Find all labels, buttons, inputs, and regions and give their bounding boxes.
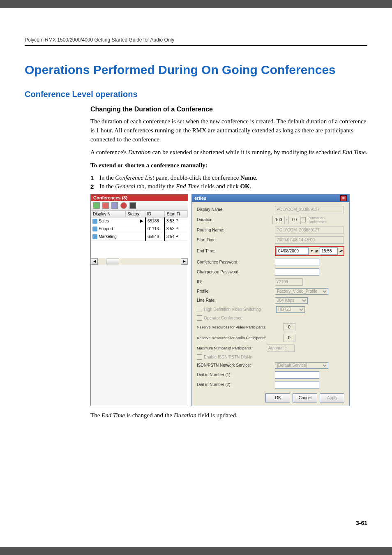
ok-button[interactable]: OK bbox=[265, 393, 290, 402]
label-linerate: Line Rate: bbox=[197, 298, 275, 303]
conference-icon bbox=[92, 227, 97, 231]
close-icon[interactable]: ✕ bbox=[340, 195, 347, 201]
conf-pw-field[interactable] bbox=[275, 259, 319, 266]
result-text: The End Time is changed and the Duration… bbox=[25, 412, 367, 419]
page: Polycom RMX 1500/2000/4000 Getting Start… bbox=[0, 8, 392, 547]
label-routing: Routing Name: bbox=[197, 228, 275, 232]
res-video-field[interactable] bbox=[283, 323, 295, 331]
paragraph-2: A conference's Duration can be extended … bbox=[25, 148, 367, 157]
label-display-name: Display Name: bbox=[197, 207, 275, 212]
new-icon[interactable] bbox=[93, 202, 100, 209]
label-hd: High Definition Video Switching bbox=[204, 307, 276, 312]
end-date-field[interactable] bbox=[277, 247, 309, 255]
label-dial1: Dial-in Number (1): bbox=[197, 372, 275, 377]
cancel-button[interactable]: Cancel bbox=[293, 393, 317, 402]
spinner-icon[interactable]: ▴▾ bbox=[339, 249, 343, 253]
conference-icon bbox=[92, 234, 97, 239]
label-duration: Duration: bbox=[197, 217, 272, 222]
conference-list-pane: Conferences (3) Display N Status ID Star… bbox=[90, 194, 188, 406]
label-chairpw: Chairperson Password: bbox=[197, 270, 275, 274]
chair-pw-field[interactable] bbox=[275, 268, 319, 276]
hd-select[interactable]: HD720 bbox=[276, 306, 305, 313]
conference-icon bbox=[92, 219, 97, 224]
arrow-icon bbox=[140, 220, 143, 223]
col-display-name[interactable]: Display N bbox=[91, 210, 125, 217]
label-dial2: Dial-in Number (2): bbox=[197, 382, 275, 387]
page-number: 3-61 bbox=[356, 520, 367, 526]
table-row[interactable]: Support 01113 3:53 PI bbox=[91, 225, 188, 233]
label-start: Start Time: bbox=[197, 238, 275, 242]
section-heading: Changing the Duration of a Conference bbox=[25, 106, 367, 113]
profile-select[interactable]: Factory_Video_Profile bbox=[275, 288, 328, 295]
isdn-svc-select[interactable]: [Default Service] bbox=[275, 362, 328, 369]
label-profile: Profile: bbox=[197, 289, 275, 294]
paragraph-1: The duration of each conference is set w… bbox=[25, 117, 367, 144]
dial1-field[interactable] bbox=[275, 371, 319, 379]
step-1: 1 In the Conference List pane, double-cl… bbox=[90, 174, 367, 181]
running-header: Polycom RMX 1500/2000/4000 Getting Start… bbox=[25, 37, 367, 46]
display-name-field[interactable] bbox=[275, 206, 344, 213]
scroll-right-icon[interactable]: ▶ bbox=[181, 258, 188, 265]
table-row[interactable]: Marketing 65846 3:54 PI bbox=[91, 233, 188, 241]
conference-toolbar bbox=[91, 201, 188, 210]
label-opconf: Operator Conference bbox=[204, 316, 282, 320]
table-row[interactable]: Sales 65188 3:53 PI bbox=[91, 217, 188, 225]
properties-dialog: erties ✕ Display Name: Duration: : Perma… bbox=[191, 194, 350, 406]
permanent-checkbox[interactable] bbox=[301, 217, 306, 222]
id-field[interactable] bbox=[275, 278, 303, 286]
label-id: ID: bbox=[197, 280, 275, 284]
horizontal-scrollbar[interactable]: ◀ ▶ bbox=[91, 258, 188, 265]
apply-button[interactable]: Apply bbox=[320, 393, 344, 402]
end-time-highlight: ▼ at ▴▾ bbox=[275, 246, 344, 256]
linerate-select[interactable]: 384 Kbps bbox=[275, 297, 308, 304]
delete-icon[interactable] bbox=[102, 202, 109, 209]
duration-h-field[interactable] bbox=[272, 216, 285, 224]
res-audio-field[interactable] bbox=[283, 334, 295, 342]
opconf-checkbox[interactable] bbox=[197, 315, 202, 321]
conference-list-title: Conferences (3) bbox=[91, 194, 188, 201]
routing-name-field[interactable] bbox=[275, 227, 344, 234]
start-time-field[interactable] bbox=[275, 236, 344, 244]
label-isdn-svc: ISDN/PSTN Network Service: bbox=[197, 363, 275, 368]
end-time-field[interactable] bbox=[320, 247, 338, 255]
maxpart-field[interactable] bbox=[267, 345, 295, 352]
isdn-checkbox[interactable] bbox=[197, 354, 202, 360]
page-title: Operations Performed During On Going Con… bbox=[25, 62, 367, 77]
chevron-down-icon[interactable]: ▼ bbox=[310, 249, 314, 253]
label-end: End Time: bbox=[197, 249, 275, 253]
col-id[interactable]: ID bbox=[145, 210, 165, 217]
step-list: 1 In the Conference List pane, double-cl… bbox=[25, 174, 367, 190]
section-subtitle: Conference Level operations bbox=[25, 90, 367, 99]
dial2-field[interactable] bbox=[275, 381, 319, 388]
label-confpw: Conference Password: bbox=[197, 260, 275, 264]
label-resvideo: Reserve Resources for Video Participants… bbox=[197, 325, 283, 329]
scroll-left-icon[interactable]: ◀ bbox=[91, 258, 98, 265]
dialog-titlebar[interactable]: erties ✕ bbox=[192, 194, 349, 202]
procedure-heading: To extend or shorten a conference manual… bbox=[25, 161, 367, 170]
conference-columns: Display N Status ID Start Ti bbox=[91, 210, 188, 217]
duration-m-field[interactable] bbox=[288, 216, 301, 224]
scroll-thumb[interactable] bbox=[106, 259, 119, 264]
screenshot: Conferences (3) Display N Status ID Star… bbox=[25, 194, 345, 406]
rec-icon[interactable] bbox=[120, 202, 127, 209]
label-isdn-enable: Enable ISDN/PSTN Dial-in bbox=[204, 355, 282, 359]
dialog-footer: OK Cancel Apply bbox=[197, 391, 344, 403]
hd-checkbox[interactable] bbox=[197, 307, 202, 312]
stop-icon[interactable] bbox=[129, 202, 136, 209]
col-status[interactable]: Status bbox=[125, 210, 145, 217]
step-2: 2 In the General tab, modify the End Tim… bbox=[90, 183, 367, 190]
col-start[interactable]: Start Ti bbox=[165, 210, 188, 217]
label-maxpart: Maximum Number of Participants: bbox=[197, 346, 267, 350]
label-resaudio: Reserve Resources for Audio Participants… bbox=[197, 336, 283, 340]
properties-icon[interactable] bbox=[111, 202, 118, 209]
